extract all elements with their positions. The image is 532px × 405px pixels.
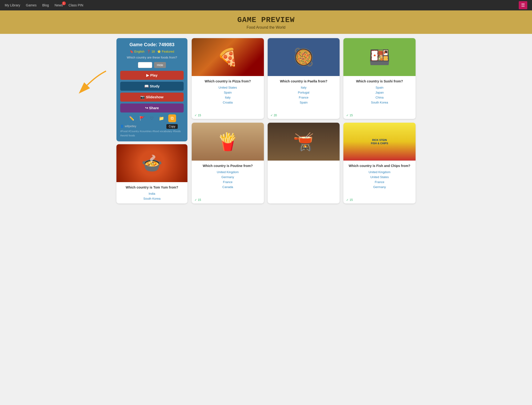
answer-item: Japan <box>346 90 413 95</box>
person-icon: 👤 <box>120 125 124 128</box>
sidebar: Game Code: 749083 🔖 English ❓ 18 ⭐ Featu… <box>116 38 187 203</box>
sushi-card-body: Which country is Sushi from? Spain Japan… <box>343 76 416 112</box>
slideshow-button[interactable]: 📷 Slideshow <box>120 93 184 101</box>
fishchips-footer: ✓ 15 <box>343 197 416 203</box>
answer-item: Germany <box>346 184 413 189</box>
copy-button[interactable]: ⧉ Copy <box>168 115 176 122</box>
hide-button[interactable]: Hide <box>154 62 166 68</box>
tom-yum-card: Which country is Tom Yum from? India Sou… <box>116 144 187 203</box>
poutine-footer: ✓ 15 <box>192 197 264 203</box>
nav-blog[interactable]: Blog <box>42 3 49 7</box>
answer-item: China <box>346 95 413 100</box>
check-icon: ✓ <box>195 114 197 117</box>
nav-class-pin[interactable]: Class PIN <box>69 3 83 7</box>
folder-icon-button[interactable]: 📁 <box>158 115 165 122</box>
language-label: 🔖 English <box>130 50 144 53</box>
poutine-image <box>192 123 264 161</box>
sushi-answers: Spain Japan China South Korea <box>346 85 413 105</box>
answer-item: Croatia <box>195 100 261 105</box>
pizza-question: Which country is Pizza from? <box>195 79 261 83</box>
check-icon: ✓ <box>270 114 273 117</box>
hamburger-button[interactable]: ☰ <box>519 1 527 9</box>
arrow-annotation <box>73 66 111 96</box>
tom-yum-question: Which country is Tom Yum from? <box>119 185 184 189</box>
answer-item: Spain <box>195 90 261 95</box>
answer-item: Canada <box>195 184 261 189</box>
answer-item: France <box>195 180 261 184</box>
card-fishchips: RICK STEIN FISH & CHIPS Which country is… <box>343 123 416 203</box>
answer-item: Spain <box>346 85 413 90</box>
fishchips-card-body: Which country is Fish and Chips from? Un… <box>343 161 416 197</box>
answer-item: United States <box>346 175 413 180</box>
card-poutine: Which country is Poutine from? United Ki… <box>192 123 264 203</box>
hide-row: Hide <box>120 62 184 68</box>
pizza-card-body: Which country is Pizza from? United Stat… <box>192 76 264 112</box>
poutine-question: Which country is Poutine from? <box>195 164 261 168</box>
paella-footer: ✓ 20 <box>268 112 340 119</box>
answer-item: South Korea <box>119 196 184 201</box>
check-icon: ✓ <box>346 114 348 117</box>
header-banner: Game Preview Food Around the World <box>0 10 532 34</box>
game-code-title: Game Code: 749083 <box>120 42 184 47</box>
page-subtitle: Food Around the World <box>0 25 532 30</box>
heart-icon-button[interactable]: ♡ <box>149 115 155 122</box>
copy-tooltip: Copy <box>166 124 178 129</box>
nav-news[interactable]: News 1 <box>55 3 63 7</box>
answer-item: Germany <box>195 175 261 180</box>
play-button[interactable]: ▶ Play <box>120 71 184 80</box>
answer-item: Portugal <box>270 90 337 95</box>
answer-item: United Kingdom <box>346 169 413 175</box>
paella-answers: Italy Portugal France Spain <box>270 85 337 105</box>
flag-icon-button[interactable]: 🚩 <box>138 115 145 122</box>
sushi-question: Which country is Sushi from? <box>346 79 413 83</box>
poutine-answers: United Kingdom Germany France Canada <box>195 169 261 189</box>
answer-item: Italy <box>270 85 337 90</box>
poutine-card-body: Which country is Poutine from? United Ki… <box>192 161 264 197</box>
card-pizza: Which country is Pizza from? United Stat… <box>192 38 264 119</box>
fishchips-answers: United Kingdom United States France Germ… <box>346 169 413 189</box>
fishchips-question: Which country is Fish and Chips from? <box>346 164 413 168</box>
game-meta: 🔖 English ❓ 18 ⭐ Featured <box>120 50 184 53</box>
edit-icon-button[interactable]: ✏️ <box>128 115 135 122</box>
answer-item: Italy <box>195 95 261 100</box>
sushi-footer: ✓ 15 <box>343 112 416 119</box>
answer-item: United Kingdom <box>195 169 261 175</box>
action-icons: ✏️ 🚩 ♡ 📁 ⧉ Copy <box>120 115 184 122</box>
study-button[interactable]: 📖 Study <box>120 82 184 91</box>
pizza-footer: ✓ 15 <box>192 112 264 119</box>
news-badge: 1 <box>62 1 66 5</box>
tom-yum-answers: India South Korea <box>119 191 184 201</box>
tags: #Food #Country #countries #food vocabula… <box>120 129 184 138</box>
game-code-card: Game Code: 749083 🔖 English ❓ 18 ⭐ Featu… <box>116 38 187 142</box>
copy-icon: ⧉ <box>171 116 174 121</box>
answer-item: France <box>346 180 413 184</box>
paella-image <box>268 38 340 76</box>
fishchips-image: RICK STEIN FISH & CHIPS <box>343 123 416 161</box>
tomyum-image <box>116 144 187 182</box>
sushi-image <box>343 38 416 76</box>
nav-games[interactable]: Games <box>26 3 36 7</box>
fondue-card-body <box>268 161 340 203</box>
paella-question: Which country is Paella from? <box>270 79 337 83</box>
card-fondue <box>268 123 340 203</box>
featured-label: ⭐ Featured <box>157 50 174 53</box>
answer-item: United States <box>195 85 261 90</box>
answer-item: South Korea <box>346 100 413 105</box>
pizza-image <box>192 38 264 76</box>
navigation: My Library Games Blog News 1 Class PIN ☰ <box>0 0 532 10</box>
nav-my-library[interactable]: My Library <box>5 3 20 7</box>
cards-grid: Which country is Pizza from? United Stat… <box>192 38 416 203</box>
answer-item: India <box>119 191 184 196</box>
share-button[interactable]: ↪ Share <box>120 103 184 113</box>
hide-input[interactable] <box>138 62 152 68</box>
fondue-image <box>268 123 340 161</box>
check-icon: ✓ <box>195 198 197 202</box>
pizza-answers: United States Spain Italy Croatia <box>195 85 261 105</box>
fishchips-brand: RICK STEIN FISH & CHIPS <box>371 138 388 145</box>
count-label: ❓ 18 <box>147 50 155 53</box>
tom-yum-card-body: Which country is Tom Yum from? India Sou… <box>116 182 187 203</box>
answer-item: Spain <box>270 100 337 105</box>
check-icon: ✓ <box>346 198 348 202</box>
paella-card-body: Which country is Paella from? Italy Port… <box>268 76 340 112</box>
game-description: Which country are these foods from? <box>120 56 184 59</box>
